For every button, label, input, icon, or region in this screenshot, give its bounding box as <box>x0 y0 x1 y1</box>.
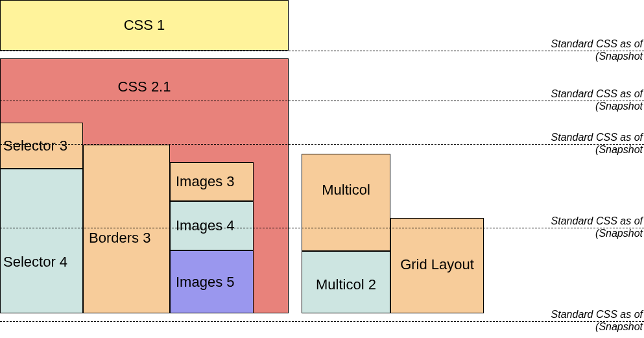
dashline-2 <box>0 101 644 101</box>
block-multicol: Multicol <box>302 154 390 251</box>
annotation-5-line2: (Snapshot <box>551 320 643 333</box>
dashline-3 <box>0 144 644 145</box>
annotation-3: Standard CSS as of (Snapshot <box>551 131 644 156</box>
dashline-5 <box>0 321 644 322</box>
label-selector4: Selector 4 <box>3 254 67 271</box>
annotation-4-line1: Standard CSS as of <box>551 215 643 226</box>
label-css1: CSS 1 <box>124 17 165 34</box>
annotation-4-line2: (Snapshot <box>551 227 643 239</box>
block-multicol2: Multicol 2 <box>302 251 390 313</box>
dashline-1 <box>0 51 644 51</box>
annotation-2-line1: Standard CSS as of <box>551 88 643 99</box>
block-images4: Images 4 <box>170 201 254 250</box>
label-multicol2: Multicol 2 <box>316 276 376 293</box>
block-css1: CSS 1 <box>0 0 289 51</box>
dashline-4 <box>0 228 644 228</box>
annotation-2-line2: (Snapshot <box>551 100 643 112</box>
label-images4: Images 4 <box>176 217 235 234</box>
label-gridlayout: Grid Layout <box>400 256 474 273</box>
block-selector4: Selector 4 <box>0 169 83 313</box>
block-images3: Images 3 <box>170 162 254 201</box>
annotation-5: Standard CSS as of (Snapshot <box>551 308 644 333</box>
annotation-1-line1: Standard CSS as of <box>551 38 643 49</box>
label-selector3: Selector 3 <box>3 138 67 154</box>
block-borders3: Borders 3 <box>83 145 170 313</box>
annotation-1-line2: (Snapshot <box>551 50 643 62</box>
label-css21: CSS 2.1 <box>118 78 171 95</box>
annotation-2: Standard CSS as of (Snapshot <box>551 88 644 112</box>
block-images5: Images 5 <box>170 250 254 313</box>
block-selector3: Selector 3 <box>0 123 83 169</box>
label-borders3: Borders 3 <box>89 230 150 247</box>
block-gridlayout: Grid Layout <box>390 218 484 313</box>
label-images5: Images 5 <box>176 274 235 291</box>
annotation-3-line1: Standard CSS as of <box>551 132 643 143</box>
annotation-5-line1: Standard CSS as of <box>551 309 643 320</box>
annotation-1: Standard CSS as of (Snapshot <box>551 38 644 62</box>
label-multicol: Multicol <box>322 182 370 199</box>
label-images3: Images 3 <box>176 173 235 190</box>
annotation-4: Standard CSS as of (Snapshot <box>551 215 644 239</box>
annotation-3-line2: (Snapshot <box>551 143 643 156</box>
